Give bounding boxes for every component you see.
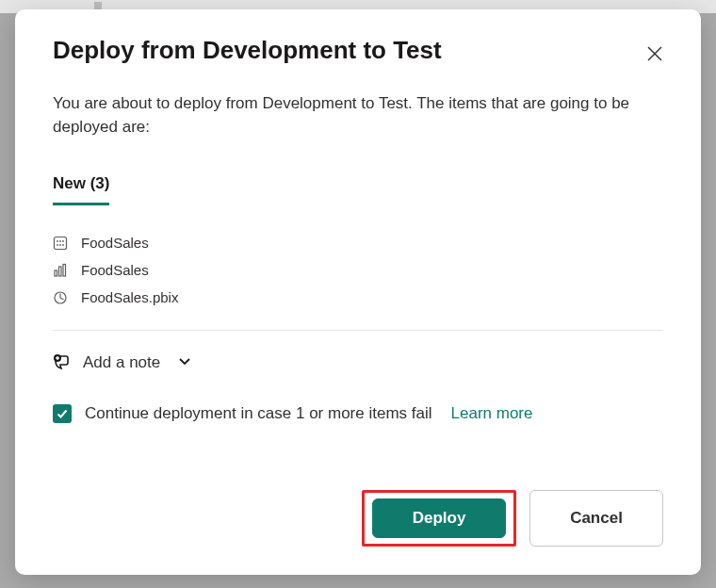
continue-label: Continue deployment in case 1 or more it… (85, 404, 432, 423)
item-name: FoodSales.pbix (81, 289, 178, 305)
tabs: New (3) (53, 174, 663, 206)
item-list: FoodSales FoodSales FoodSales.pbix (53, 235, 663, 305)
svg-rect-2 (55, 237, 67, 249)
list-item: FoodSales (53, 262, 663, 278)
continue-deployment-row: Continue deployment in case 1 or more it… (53, 404, 663, 423)
modal-description: You are about to deploy from Development… (53, 92, 663, 139)
learn-more-link[interactable]: Learn more (451, 404, 533, 423)
add-note-toggle[interactable]: Add a note (53, 353, 663, 372)
cancel-button[interactable]: Cancel (529, 490, 663, 547)
tab-new[interactable]: New (3) (53, 174, 109, 205)
close-icon (646, 45, 663, 62)
svg-point-8 (62, 244, 64, 246)
continue-checkbox[interactable] (53, 404, 72, 423)
deploy-button[interactable]: Deploy (372, 498, 506, 538)
deploy-highlight: Deploy (362, 490, 516, 547)
svg-point-7 (59, 244, 61, 246)
list-item: FoodSales (53, 235, 663, 251)
modal-title: Deploy from Development to Test (53, 36, 442, 65)
deploy-modal: Deploy from Development to Test You are … (15, 9, 701, 575)
divider (53, 330, 663, 331)
close-button[interactable] (641, 40, 669, 68)
note-icon (53, 353, 72, 372)
svg-point-5 (62, 240, 64, 242)
svg-point-6 (57, 244, 58, 246)
svg-rect-9 (55, 270, 57, 276)
item-name: FoodSales (81, 262, 149, 278)
svg-rect-10 (59, 267, 62, 276)
item-name: FoodSales (81, 235, 149, 251)
dataset-icon (53, 236, 68, 251)
list-item: FoodSales.pbix (53, 289, 663, 305)
svg-rect-11 (63, 264, 66, 276)
svg-line-14 (60, 298, 64, 300)
check-icon (56, 407, 69, 420)
modal-header: Deploy from Development to Test (53, 36, 663, 68)
add-note-label: Add a note (83, 353, 160, 372)
dashboard-icon (53, 290, 68, 305)
report-icon (53, 263, 68, 278)
svg-point-4 (59, 240, 61, 242)
modal-footer: Deploy Cancel (53, 467, 663, 547)
chevron-down-icon (177, 353, 192, 372)
svg-point-3 (57, 240, 58, 242)
